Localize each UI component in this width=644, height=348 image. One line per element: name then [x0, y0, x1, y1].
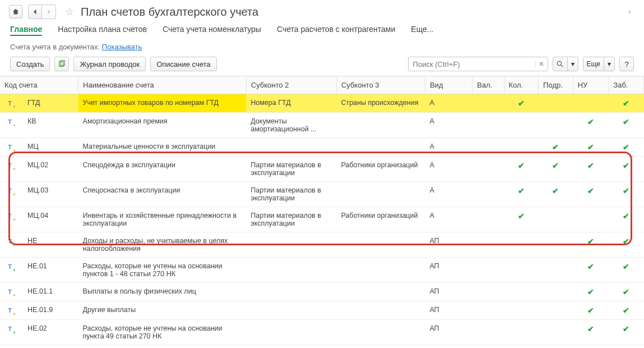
- check-icon: ✔: [587, 143, 594, 152]
- cell-kol: [504, 113, 539, 138]
- cell-val: [472, 207, 504, 232]
- cell-podr: ✔: [539, 182, 573, 207]
- back-icon[interactable]: [29, 5, 42, 19]
- cell-name: Расходы, которые не учтены на основании …: [78, 258, 247, 283]
- col-zab[interactable]: Заб.: [609, 76, 644, 94]
- check-icon: ✔: [623, 117, 629, 126]
- tab-4[interactable]: Еще...: [411, 25, 433, 36]
- table-row[interactable]: TМЦ.03Спецоснастка в эксплуатацииПартии …: [0, 182, 644, 207]
- table-row[interactable]: TНЕ.02Расходы, которые не учтены на осно…: [0, 320, 644, 345]
- cell-val: [472, 301, 504, 320]
- cell-vid: АП: [425, 232, 472, 258]
- col-sub2[interactable]: Субконто 2: [246, 76, 336, 94]
- table-row[interactable]: TНЕ.01.9Другие выплатыАП✔✔: [0, 301, 644, 320]
- cell-icon: T: [0, 232, 23, 258]
- cell-nu: ✔: [573, 258, 609, 283]
- cell-kol: [504, 138, 539, 157]
- cell-sub2: Партии материалов в эксплуатации: [246, 207, 336, 232]
- forward-icon[interactable]: [42, 5, 55, 19]
- more-button-label[interactable]: Еще: [583, 57, 604, 71]
- col-val[interactable]: Вал.: [472, 76, 504, 94]
- describe-button[interactable]: Описание счета: [150, 57, 216, 71]
- find-dropdown-icon[interactable]: ▾: [568, 57, 578, 71]
- cell-zab: ✔: [609, 182, 644, 207]
- col-sub3[interactable]: Субконто 3: [336, 76, 425, 94]
- check-icon: ✔: [587, 287, 594, 296]
- account-type-icon: T: [6, 213, 14, 219]
- cell-zab: ✔: [609, 157, 644, 182]
- table-row[interactable]: TНЕДоходы и расходы, не учитываемые в це…: [0, 232, 644, 258]
- check-icon: ✔: [623, 262, 629, 271]
- help-button[interactable]: ?: [619, 57, 634, 71]
- tab-2[interactable]: Счета учета номенклатуры: [163, 25, 261, 36]
- clear-search-icon[interactable]: ✕: [535, 60, 548, 68]
- col-vid[interactable]: Вид: [425, 76, 472, 94]
- col-code[interactable]: Код счета: [0, 76, 78, 94]
- col-nu[interactable]: НУ: [573, 76, 609, 94]
- check-icon: ✔: [552, 143, 559, 152]
- search-input[interactable]: [409, 60, 535, 68]
- create-button[interactable]: Создать: [10, 57, 50, 71]
- tab-1[interactable]: Настройка плана счетов: [58, 25, 147, 36]
- cell-name: Выплаты в пользу физических лиц: [78, 283, 247, 301]
- copy-button[interactable]: [54, 57, 69, 71]
- more-dropdown-icon[interactable]: ▾: [604, 57, 614, 71]
- cell-kol: [504, 320, 539, 345]
- svg-point-2: [557, 61, 561, 65]
- table-row[interactable]: TНЕ.01.1Выплаты в пользу физических лицА…: [0, 283, 644, 301]
- col-name[interactable]: Наименование счета: [78, 76, 247, 94]
- cell-sub3: [336, 113, 425, 138]
- cell-nu: [573, 94, 609, 113]
- cell-icon: T: [0, 258, 23, 283]
- magnifier-icon[interactable]: [553, 57, 568, 71]
- cell-code: МЦ.02: [23, 157, 78, 182]
- expand-arrow-icon[interactable]: ›: [624, 6, 635, 18]
- cell-sub2: [246, 283, 336, 301]
- home-icon[interactable]: [9, 5, 22, 19]
- account-type-icon: T: [6, 144, 14, 150]
- check-icon: ✔: [623, 186, 629, 195]
- table-row[interactable]: TМЦ.02Спецодежда в эксплуатацииПартии ма…: [0, 157, 644, 182]
- check-icon: ✔: [587, 237, 594, 246]
- table-row[interactable]: TКВАмортизационная премияДокументы аморт…: [0, 113, 644, 138]
- check-icon: ✔: [623, 324, 629, 333]
- cell-sub3: [336, 182, 425, 207]
- cell-sub2: [246, 258, 336, 283]
- table-row[interactable]: TМЦ.04Инвентарь и хозяйственные принадле…: [0, 207, 644, 232]
- cell-zab: ✔: [609, 138, 644, 157]
- show-accounts-link[interactable]: Показывать: [102, 43, 142, 51]
- cell-code: МЦ: [23, 138, 78, 157]
- favorite-star-icon[interactable]: ☆: [65, 6, 74, 18]
- tab-0[interactable]: Главное: [10, 25, 42, 36]
- cell-vid: А: [425, 157, 472, 182]
- cell-sub2: Партии материалов в эксплуатации: [246, 157, 336, 182]
- col-podr[interactable]: Подр.: [539, 76, 573, 94]
- cell-vid: АП: [425, 301, 472, 320]
- cell-code: КВ: [23, 113, 78, 138]
- cell-vid: АП: [425, 320, 472, 345]
- cell-icon: T: [0, 157, 23, 182]
- check-icon: ✔: [623, 306, 629, 315]
- cell-kol: [504, 232, 539, 258]
- cell-icon: T: [0, 283, 23, 301]
- cell-name: Материальные ценности в эксплуатации: [78, 138, 247, 157]
- cell-code: НЕ: [23, 232, 78, 258]
- accounts-in-documents-info: Счета учета в документах: Показывать: [0, 40, 644, 57]
- cell-podr: [539, 258, 573, 283]
- cell-sub2: Партии материалов в эксплуатации: [246, 182, 336, 207]
- table-row[interactable]: TГТДУчет импортных товаров по номерам ГТ…: [0, 94, 644, 113]
- cell-nu: ✔: [573, 283, 609, 301]
- cell-sub2: [246, 232, 336, 258]
- cell-sub3: Страны происхождения: [336, 94, 425, 113]
- cell-podr: [539, 320, 573, 345]
- table-row[interactable]: TМЦМатериальные ценности в эксплуатацииА…: [0, 138, 644, 157]
- tab-3[interactable]: Счета расчетов с контрагентами: [277, 25, 395, 36]
- cell-kol: [504, 283, 539, 301]
- cell-code: НЕ.01.9: [23, 301, 78, 320]
- table-row[interactable]: TНЕ.01Расходы, которые не учтены на осно…: [0, 258, 644, 283]
- col-kol[interactable]: Кол.: [504, 76, 539, 94]
- cell-nu: ✔: [573, 182, 609, 207]
- cell-sub3: [336, 283, 425, 301]
- check-icon: ✔: [623, 99, 629, 108]
- journal-button[interactable]: Журнал проводок: [73, 57, 146, 71]
